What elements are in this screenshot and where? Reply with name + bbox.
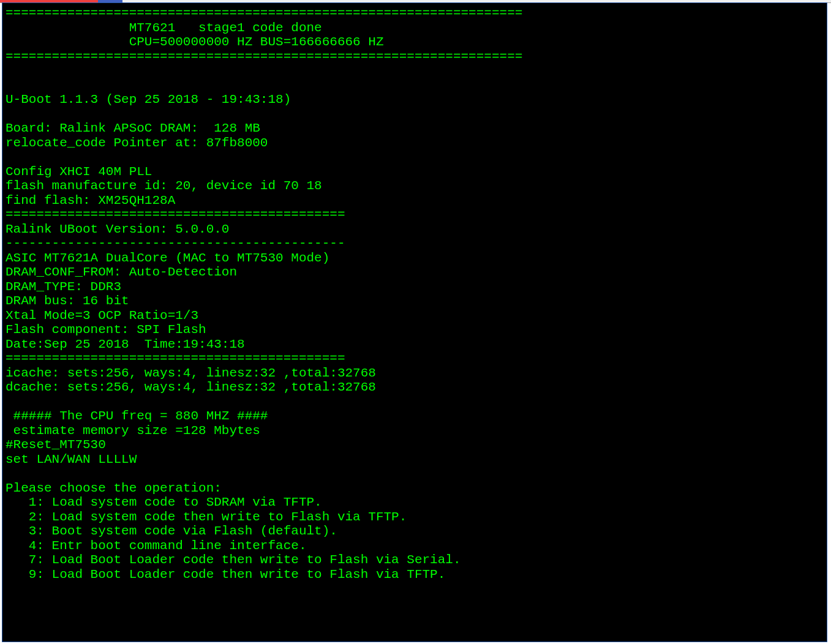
terminal-line: 7: Load Boot Loader code then write to F… <box>6 553 824 567</box>
terminal-line: find flash: XM25QH128A <box>6 193 824 208</box>
terminal-line: #Reset_MT7530 <box>6 438 824 452</box>
terminal-line: ----------------------------------------… <box>6 236 824 251</box>
terminal-line: ========================================… <box>6 351 824 366</box>
terminal-line: ASIC MT7621A DualCore (MAC to MT7530 Mod… <box>6 251 824 266</box>
terminal-line: set LAN/WAN LLLLW <box>6 452 824 467</box>
terminal-line: Ralink UBoot Version: 5.0.0.0 <box>6 222 824 237</box>
terminal-line: DRAM_CONF_FROM: Auto-Detection <box>6 265 824 280</box>
terminal-line: 3: Boot system code via Flash (default). <box>6 524 824 539</box>
terminal-line: relocate_code Pointer at: 87fb8000 <box>6 136 824 151</box>
terminal-line: estimate memory size =128 Mbytes <box>6 424 824 438</box>
terminal-line: 1: Load system code to SDRAM via TFTP. <box>6 495 824 510</box>
terminal-line: ========================================… <box>6 6 824 21</box>
terminal-line: U-Boot 1.1.3 (Sep 25 2018 - 19:43:18) <box>6 92 824 107</box>
terminal-line <box>6 107 824 122</box>
terminal-line <box>6 395 824 410</box>
terminal-line <box>6 78 824 93</box>
terminal-line: ========================================… <box>6 50 824 64</box>
terminal-line: DRAM_TYPE: DDR3 <box>6 280 824 294</box>
terminal-line: ========================================… <box>6 208 824 222</box>
terminal-line <box>6 64 824 78</box>
terminal-line: 9: Load Boot Loader code then write to F… <box>6 567 824 582</box>
terminal-line: ##### The CPU freq = 880 MHZ #### <box>6 409 824 424</box>
terminal-line: DRAM bus: 16 bit <box>6 294 824 309</box>
terminal-line <box>6 466 824 481</box>
terminal-line <box>6 150 824 165</box>
terminal-line: Board: Ralink APSoC DRAM: 128 MB <box>6 121 824 136</box>
terminal-line: 4: Entr boot command line interface. <box>6 539 824 553</box>
terminal-line: icache: sets:256, ways:4, linesz:32 ,tot… <box>6 366 824 381</box>
terminal-line: Please choose the operation: <box>6 481 824 496</box>
terminal-line: MT7621 stage1 code done <box>6 21 824 36</box>
terminal-line: 2: Load system code then write to Flash … <box>6 510 824 525</box>
terminal-line: Flash component: SPI Flash <box>6 323 824 337</box>
terminal-line: dcache: sets:256, ways:4, linesz:32 ,tot… <box>6 380 824 395</box>
terminal-line: Xtal Mode=3 OCP Ratio=1/3 <box>6 309 824 323</box>
terminal-output[interactable]: ========================================… <box>3 4 826 641</box>
terminal-line: Date:Sep 25 2018 Time:19:43:18 <box>6 337 824 352</box>
terminal-line: Config XHCI 40M PLL <box>6 165 824 179</box>
app-window: ========================================… <box>0 0 831 644</box>
terminal-line: flash manufacture id: 20, device id 70 1… <box>6 179 824 193</box>
terminal-line: CPU=500000000 HZ BUS=166666666 HZ <box>6 35 824 50</box>
